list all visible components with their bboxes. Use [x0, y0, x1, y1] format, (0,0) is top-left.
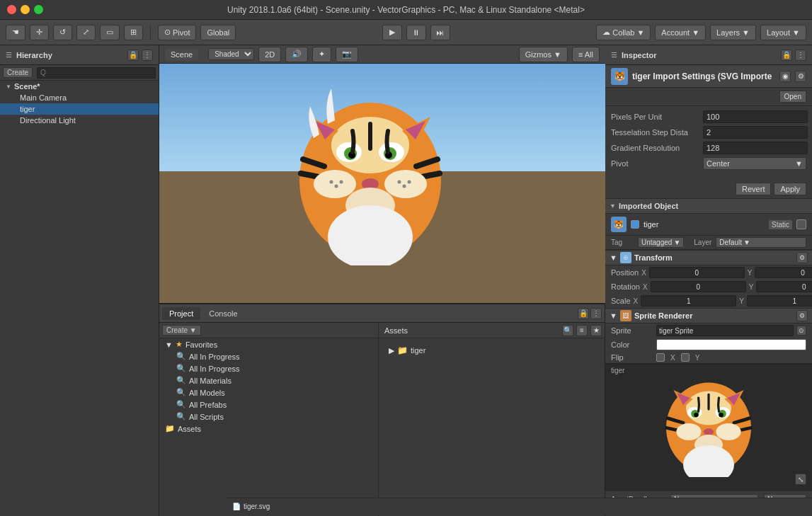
import-settings-fields: Pixels Per Unit Tesselation Step Dista G…: [605, 106, 812, 177]
asset-tiger-folder[interactable]: ▶ 📁 tiger: [384, 344, 430, 357]
step-button[interactable]: ⏭: [430, 25, 450, 40]
sidebar-item-5[interactable]: 🔍 All Scripts: [159, 411, 378, 423]
imported-object-section[interactable]: ▼ Imported Object: [605, 198, 812, 214]
inspector-content: 🐯 tiger Import Settings (SVG Importe ◉ ⚙…: [605, 65, 812, 503]
project-tab[interactable]: Project: [162, 307, 200, 320]
tiger-checkbox[interactable]: [631, 220, 639, 229]
rot-x-input[interactable]: [651, 281, 746, 292]
scene-view[interactable]: [159, 64, 605, 303]
static-checkbox[interactable]: [796, 219, 806, 229]
scene-tab[interactable]: Scene: [165, 49, 198, 60]
account-btn[interactable]: Account ▼: [655, 25, 706, 40]
hierarchy-item-main-camera[interactable]: Main Camera: [0, 92, 159, 103]
svg-point-32: [719, 412, 723, 416]
hierarchy-create-btn[interactable]: Create: [3, 67, 33, 78]
move-tool-btn[interactable]: ✛: [30, 25, 49, 40]
project-create-btn[interactable]: Create ▼: [162, 325, 201, 336]
project-search-btn[interactable]: 🔍: [562, 325, 573, 336]
tesselation-input[interactable]: [703, 126, 808, 139]
project-more-btn[interactable]: ⋮: [590, 308, 602, 319]
sprite-input[interactable]: [656, 325, 794, 336]
hierarchy-more-btn[interactable]: ⋮: [142, 50, 153, 61]
flip-x-checkbox[interactable]: [656, 353, 665, 362]
pos-x-input[interactable]: [649, 267, 745, 278]
main-area: ☰ Hierarchy 🔒 ⋮ Create ▼ Scene* Main Cam…: [0, 45, 812, 516]
sprite-renderer-settings-btn[interactable]: ⚙: [796, 310, 808, 321]
global-btn[interactable]: Global: [200, 25, 236, 40]
sidebar-item-2[interactable]: 🔍 All Materials: [159, 374, 378, 386]
hierarchy-scene[interactable]: ▼ Scene*: [0, 81, 159, 92]
play-button[interactable]: ▶: [382, 25, 402, 40]
layer-dropdown[interactable]: Default ▼: [716, 237, 806, 248]
apply-button[interactable]: Apply: [774, 183, 806, 195]
favorites-arrow: ▼: [165, 340, 173, 349]
maximize-button[interactable]: [34, 5, 43, 14]
sprite-select-btn[interactable]: ⊙: [796, 326, 806, 336]
settings-btn[interactable]: ⚙: [795, 71, 806, 82]
audio-btn[interactable]: 🔊: [285, 47, 308, 62]
close-button[interactable]: [7, 5, 16, 14]
select-btn[interactable]: ◉: [779, 71, 791, 82]
sprite-renderer-arrow: ▼: [610, 311, 617, 320]
rect-tool-btn[interactable]: ▭: [100, 25, 120, 40]
sidebar-item-0[interactable]: 🔍 All In Progress: [159, 350, 378, 362]
layers-btn[interactable]: Layers ▼: [710, 25, 756, 40]
shaded-dropdown[interactable]: Shaded: [208, 48, 254, 60]
pause-button[interactable]: ⏸: [406, 25, 426, 40]
pivot-dropdown[interactable]: Center ▼: [703, 157, 806, 170]
preview-expand-btn[interactable]: ⤡: [795, 474, 806, 485]
favorites-item[interactable]: ▼ ★ Favorites: [159, 338, 378, 350]
2d-btn[interactable]: 2D: [258, 47, 281, 62]
project-sort-btn[interactable]: ≡: [576, 325, 588, 336]
tesselation-row: Tesselation Step Dista: [611, 126, 806, 139]
hierarchy-search[interactable]: [37, 67, 156, 79]
svg-point-21: [398, 180, 401, 184]
scale-x-input[interactable]: [641, 295, 736, 306]
hierarchy-item-directional-light[interactable]: Directional Light: [0, 115, 159, 126]
static-badge: Static: [769, 220, 792, 229]
camera-btn[interactable]: 📷: [336, 47, 358, 62]
pos-y-input[interactable]: [755, 267, 812, 278]
bottom-panel: Project Console 🔒 ⋮ Create ▼ ▼ ★: [159, 304, 605, 516]
tag-dropdown[interactable]: Untagged ▼: [638, 237, 684, 248]
color-swatch[interactable]: [656, 339, 806, 350]
sidebar-item-1[interactable]: 🔍 All In Progress: [159, 362, 378, 374]
chevron-down-icon: ▼: [795, 159, 803, 168]
console-tab[interactable]: Console: [202, 307, 244, 320]
effects-btn[interactable]: ✦: [312, 47, 331, 62]
transform-tool-btn[interactable]: ⊞: [124, 25, 143, 40]
project-lock-btn[interactable]: 🔒: [578, 308, 589, 319]
transform-settings-btn[interactable]: ⚙: [796, 252, 808, 263]
sidebar-item-4[interactable]: 🔍 All Prefabs: [159, 399, 378, 411]
scale-y-input[interactable]: [747, 295, 812, 306]
inspector-lock-btn[interactable]: 🔒: [781, 50, 792, 61]
pixels-per-unit-row: Pixels Per Unit: [611, 110, 806, 123]
rot-y-input[interactable]: [756, 281, 812, 292]
sidebar-item-3[interactable]: 🔍 All Models: [159, 386, 378, 399]
pixels-per-unit-input[interactable]: [703, 110, 808, 123]
inspector-more-btn[interactable]: ⋮: [795, 50, 806, 61]
open-button[interactable]: Open: [779, 91, 806, 103]
svg-point-16: [314, 170, 356, 198]
rotate-tool-btn[interactable]: ↺: [53, 25, 72, 40]
window-controls[interactable]: [7, 5, 43, 14]
pivot-btn[interactable]: ⊙ Pivot: [158, 25, 196, 40]
minimize-button[interactable]: [21, 5, 30, 14]
tiger-preview: tiger: [605, 363, 812, 491]
gizmos-btn[interactable]: Gizmos ▼: [519, 47, 568, 62]
hierarchy-item-tiger[interactable]: tiger: [0, 103, 159, 115]
project-star-btn[interactable]: ★: [590, 325, 602, 336]
collab-btn[interactable]: ☁ Collab ▼: [596, 25, 651, 40]
layers-filter-btn[interactable]: ≡ All: [572, 47, 600, 62]
hand-tool-btn[interactable]: ☚: [6, 25, 25, 40]
gradient-input[interactable]: [703, 142, 808, 154]
center-panel: Scene Shaded 2D 🔊 ✦ 📷 Gizmos ▼ ≡ All: [159, 45, 605, 516]
assets-folder-item[interactable]: 📁 Assets: [159, 423, 378, 435]
scale-tool-btn[interactable]: ⤢: [76, 25, 96, 40]
hierarchy-lock-btn[interactable]: 🔒: [127, 50, 139, 61]
layout-btn[interactable]: Layout ▼: [760, 25, 806, 40]
ry-axis-label: Y: [749, 283, 754, 291]
revert-button[interactable]: Revert: [736, 183, 771, 195]
flip-y-checkbox[interactable]: [681, 353, 690, 362]
tiger-scene-object[interactable]: [250, 74, 491, 273]
